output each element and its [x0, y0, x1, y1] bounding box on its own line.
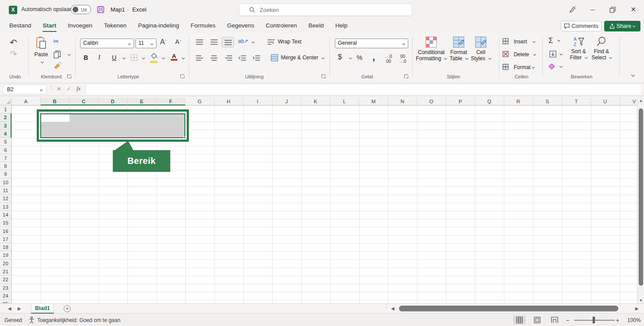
formula-bar-grip[interactable]: ⋮: [49, 85, 54, 88]
row-header-20[interactable]: 20: [0, 260, 12, 268]
tab-bar-grip[interactable]: ⋮: [384, 305, 389, 307]
page-break-view-button[interactable]: [548, 315, 561, 325]
clipboard-dialog-launcher[interactable]: [67, 74, 71, 78]
number-dialog-launcher[interactable]: [404, 74, 408, 78]
comments-button[interactable]: Comments: [561, 21, 602, 31]
find-select-button[interactable]: Find & Select: [591, 36, 612, 61]
scroll-down-arrow[interactable]: ▼: [639, 299, 643, 303]
zoom-slider-thumb[interactable]: [593, 317, 595, 323]
row-header-10[interactable]: 10: [0, 179, 12, 186]
row-header-8[interactable]: 8: [0, 162, 12, 170]
paste-button[interactable]: Paste: [31, 36, 51, 66]
collapse-ribbon-chevron[interactable]: [631, 73, 635, 77]
ribbon-tab-bestand[interactable]: Bestand: [4, 19, 37, 33]
column-header-o[interactable]: O: [417, 98, 446, 105]
row-header-16[interactable]: 16: [0, 227, 12, 235]
horizontal-scrollbar[interactable]: ◀ ▶: [391, 305, 639, 312]
redo-button[interactable]: ↷: [10, 49, 17, 59]
cell-styles-button[interactable]: Cell Styles: [471, 36, 491, 62]
font-name-combo[interactable]: Calibri: [80, 39, 134, 48]
normal-view-button[interactable]: [513, 315, 525, 325]
increase-indent-icon[interactable]: [253, 55, 261, 61]
scroll-up-arrow[interactable]: ▲: [639, 99, 643, 103]
row-header-22[interactable]: 22: [0, 276, 12, 283]
column-header-i[interactable]: I: [243, 98, 272, 105]
percent-format-button[interactable]: %: [356, 54, 362, 61]
cut-icon[interactable]: ✂: [53, 37, 59, 46]
select-all-corner[interactable]: [0, 98, 12, 105]
page-layout-view-button[interactable]: [531, 315, 543, 325]
clear-button[interactable]: [548, 64, 562, 72]
bold-button[interactable]: B: [84, 54, 88, 61]
currency-format-button[interactable]: $: [338, 53, 342, 61]
ribbon-tab-invoegen[interactable]: Invoegen: [62, 19, 98, 33]
search-input[interactable]: Zoeken: [239, 4, 412, 16]
copy-icon[interactable]: [54, 50, 61, 58]
row-header-3[interactable]: 3: [0, 122, 12, 130]
row-header-5[interactable]: 5: [0, 138, 12, 146]
row-header-15[interactable]: 15: [0, 219, 12, 227]
column-header-p[interactable]: P: [446, 98, 475, 105]
column-header-q[interactable]: Q: [475, 98, 504, 105]
zoom-out-button[interactable]: −: [566, 317, 569, 324]
alignment-dialog-launcher[interactable]: [322, 74, 326, 78]
row-header-2[interactable]: 2: [0, 113, 12, 121]
share-button[interactable]: Share: [604, 21, 640, 31]
merge-center-icon[interactable]: [271, 54, 278, 62]
row-header-19[interactable]: 19: [0, 251, 12, 259]
save-icon[interactable]: [97, 6, 104, 13]
column-header-t[interactable]: T: [562, 98, 591, 105]
conditional-formatting-button[interactable]: Conditional Formatting: [415, 36, 448, 62]
column-header-c[interactable]: C: [69, 98, 99, 105]
column-header-d[interactable]: D: [99, 98, 128, 105]
shrink-font-button[interactable]: A⌄: [175, 38, 182, 45]
insert-cells-button[interactable]: Insert: [502, 37, 535, 45]
grow-font-button[interactable]: A^: [160, 38, 166, 46]
zoom-level[interactable]: 100%: [627, 317, 641, 323]
column-header-a[interactable]: A: [12, 98, 41, 105]
ribbon-tab-controleren[interactable]: Controleren: [260, 19, 303, 33]
underline-dropdown-chevron[interactable]: [123, 56, 126, 59]
ribbon-tab-tekenen[interactable]: Tekenen: [98, 19, 132, 33]
borders-icon[interactable]: [130, 54, 138, 61]
minimize-button[interactable]: ─: [587, 4, 598, 15]
column-header-m[interactable]: M: [359, 98, 388, 105]
hscroll-right-arrow[interactable]: ▶: [635, 306, 639, 311]
vertical-scroll-thumb[interactable]: [639, 109, 643, 286]
accessibility-status[interactable]: Toegankelijkheid: Goed om te gaan: [37, 317, 120, 323]
column-header-j[interactable]: J: [272, 98, 302, 105]
align-center-icon[interactable]: [210, 55, 218, 61]
name-box[interactable]: B2: [3, 85, 46, 94]
comma-format-button[interactable]: ,: [372, 51, 375, 63]
italic-button[interactable]: I: [98, 54, 100, 61]
ribbon-tab-beeld[interactable]: Beeld: [303, 19, 330, 33]
copy-dropdown-chevron[interactable]: [68, 53, 71, 56]
currency-dropdown-chevron[interactable]: [349, 56, 352, 59]
enter-icon[interactable]: ✓: [66, 85, 71, 92]
ribbon-tab-help[interactable]: Help: [330, 19, 353, 33]
wrap-text-label[interactable]: Wrap Text: [278, 39, 302, 45]
row-header-11[interactable]: 11: [0, 186, 12, 194]
align-right-icon[interactable]: [225, 55, 233, 61]
undo-button[interactable]: ↶: [10, 37, 17, 48]
orientation-dropdown-chevron[interactable]: [252, 40, 255, 43]
pen-mode-icon[interactable]: [569, 5, 577, 13]
column-header-s[interactable]: S: [533, 98, 562, 105]
delete-cells-button[interactable]: Delete: [502, 50, 536, 58]
insert-function-icon[interactable]: fx: [77, 85, 80, 92]
zoom-in-button[interactable]: +: [616, 317, 619, 324]
close-button[interactable]: ✕: [628, 4, 639, 15]
restore-button[interactable]: [610, 7, 616, 13]
horizontal-scroll-thumb[interactable]: [399, 306, 618, 311]
font-color-icon[interactable]: A: [171, 53, 177, 61]
borders-dropdown-chevron[interactable]: [142, 56, 145, 59]
merge-center-label[interactable]: Merge & Center: [281, 54, 318, 61]
row-header-24[interactable]: 24: [0, 292, 12, 300]
format-table-button[interactable]: Format Table: [448, 36, 469, 62]
row-header-18[interactable]: 18: [0, 243, 12, 251]
sheet-tab-blad1[interactable]: Blad1: [31, 304, 54, 314]
column-header-g[interactable]: G: [185, 98, 215, 105]
hscroll-left-arrow[interactable]: ◀: [391, 306, 395, 311]
ribbon-tab-formules[interactable]: Formules: [185, 19, 221, 33]
column-header-l[interactable]: L: [330, 98, 360, 105]
